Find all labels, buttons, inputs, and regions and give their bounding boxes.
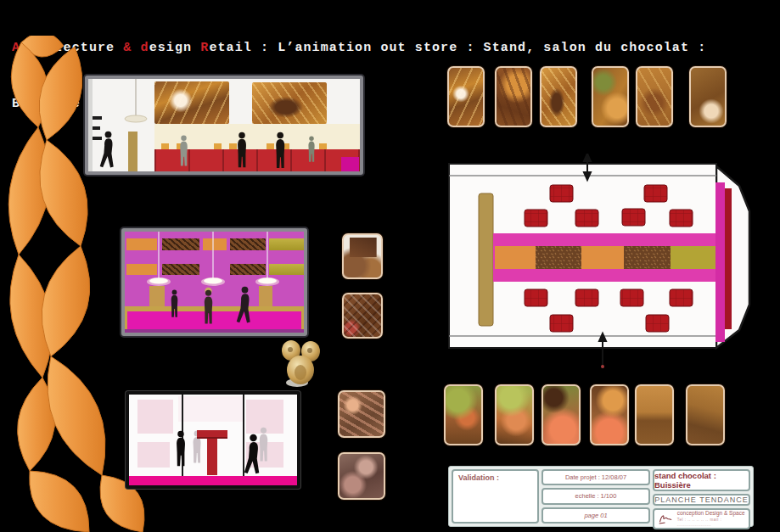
chocolate-photo-thumbnail — [686, 384, 725, 445]
plan-band-chocolate — [536, 246, 581, 269]
page-number-cell: page 01 — [542, 507, 650, 524]
chocolate-photo-thumbnail — [338, 452, 385, 500]
plan-table-block — [550, 185, 573, 202]
people-overlay — [129, 395, 297, 485]
chocolate-photo-thumbnail — [342, 233, 383, 279]
rendering-storefront-elevation — [85, 76, 363, 175]
plan-counter-tan — [479, 193, 493, 326]
plan-band-orange — [581, 246, 624, 269]
board-name-cell: PLANCHE TENDANCE — [653, 494, 750, 506]
chocolate-photo-thumbnail — [342, 293, 383, 339]
rendering-boutique-interior — [121, 228, 307, 336]
chocolate-photo-thumbnail — [636, 66, 673, 127]
project-title-column: stand chocolat : Buissière PLANCHE TENDA… — [653, 469, 750, 524]
chocolate-figurine-photo — [280, 339, 322, 387]
credit-cell: conception Design & Space Tel : .. .. ..… — [653, 508, 750, 529]
people-and-lamps-overlay — [125, 232, 304, 333]
plan-table-block — [620, 289, 643, 306]
chocolate-photo-thumbnail — [447, 66, 485, 127]
chocolate-photo-thumbnail — [635, 384, 674, 445]
person-silhouette — [205, 290, 212, 324]
signature-icon — [658, 512, 674, 525]
plan-band-chocolate — [624, 246, 671, 269]
plan-table-block — [644, 185, 667, 202]
plan-table-block — [670, 210, 693, 227]
validation-cell: Validation : — [452, 469, 539, 524]
person-silhouette — [237, 287, 250, 323]
pendant-lamp — [125, 115, 147, 122]
person-silhouette — [180, 136, 187, 166]
plan-table-block — [646, 315, 669, 332]
entrance-arrow-icon — [599, 333, 606, 368]
person-silhouette — [276, 132, 284, 168]
presentation-board: Architecture & design Retail : L’animati… — [0, 0, 780, 532]
project-name-cell: stand chocolat : Buissière — [653, 469, 750, 491]
floor-strip-magenta — [129, 476, 297, 485]
person-silhouette — [177, 431, 185, 467]
person-silhouette — [100, 132, 114, 168]
scale-cell: echelle : 1/100 — [542, 488, 650, 504]
stand-floor-plan — [446, 154, 754, 371]
plan-table-block — [525, 210, 547, 227]
plan-table-block — [550, 315, 573, 332]
plan-table-block — [575, 289, 598, 306]
plan-table-block — [525, 289, 547, 306]
person-silhouette — [308, 136, 314, 161]
plan-table-block — [575, 210, 598, 227]
chocolate-photo-thumbnail — [495, 66, 532, 127]
person-silhouette — [171, 290, 178, 317]
chocolate-photo-thumbnail — [542, 384, 581, 445]
contact-text: Tel : .. .. .. .. .. mail : ............… — [677, 518, 745, 528]
ribbon-right — [39, 47, 82, 140]
people-and-lamp-overlay — [88, 79, 360, 171]
plan-table-block — [670, 289, 693, 306]
plan-band-olive — [671, 246, 715, 269]
chocolate-photo-thumbnail — [338, 390, 385, 438]
chocolate-photo-thumbnail — [592, 66, 629, 127]
chocolate-photo-thumbnail — [689, 66, 727, 127]
chocolate-photo-thumbnail — [540, 66, 577, 127]
validation-title-block: Validation : Date projet : 12/08/07 eche… — [448, 466, 754, 527]
person-silhouette — [244, 434, 259, 474]
person-silhouette — [238, 132, 246, 168]
plan-strip-magenta — [715, 182, 725, 342]
rendering-facade-elevation — [126, 391, 300, 489]
chocolate-photo-thumbnail — [590, 384, 629, 445]
chocolate-photo-thumbnail — [444, 384, 483, 445]
plan-band-orange — [495, 246, 536, 269]
credit-text: conception Design & Space — [677, 510, 745, 518]
date-project-cell: Date projet : 12/08/07 — [542, 469, 650, 485]
project-info-column: Date projet : 12/08/07 echelle : 1/100 p… — [542, 469, 650, 524]
plan-table-block — [622, 209, 645, 226]
chocolate-photo-thumbnail — [495, 384, 534, 445]
plan-strip-crimson — [725, 188, 732, 329]
